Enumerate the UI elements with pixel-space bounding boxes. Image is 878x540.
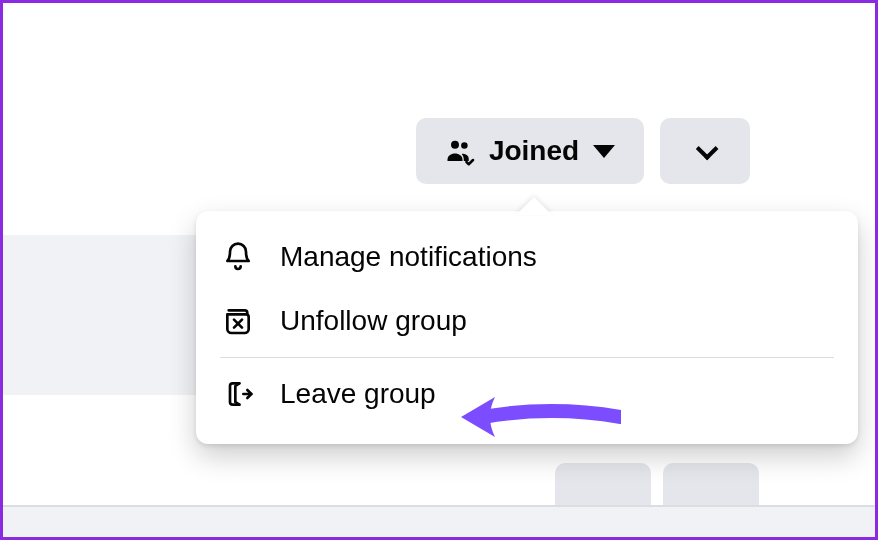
joined-dropdown-menu: Manage notifications Unfollow group Leav…	[196, 211, 858, 444]
svg-point-1	[461, 142, 468, 149]
menu-item-label: Manage notifications	[280, 241, 537, 273]
menu-item-unfollow-group[interactable]: Unfollow group	[206, 289, 848, 353]
svg-point-0	[451, 141, 459, 149]
page-bottom-bg	[3, 507, 875, 537]
menu-item-manage-notifications[interactable]: Manage notifications	[206, 225, 848, 289]
menu-item-leave-group[interactable]: Leave group	[206, 362, 848, 426]
more-actions-button[interactable]	[660, 118, 750, 184]
menu-item-label: Unfollow group	[280, 305, 467, 337]
joined-button[interactable]: Joined	[416, 118, 644, 184]
caret-down-icon	[593, 145, 615, 158]
unfollow-icon	[220, 303, 256, 339]
leave-icon	[220, 376, 256, 412]
group-joined-icon	[445, 136, 475, 166]
group-action-buttons: Joined	[416, 118, 750, 184]
menu-item-label: Leave group	[280, 378, 436, 410]
menu-separator	[220, 357, 834, 358]
chevron-down-icon	[696, 138, 719, 161]
joined-button-label: Joined	[489, 135, 579, 167]
bell-icon	[220, 239, 256, 275]
